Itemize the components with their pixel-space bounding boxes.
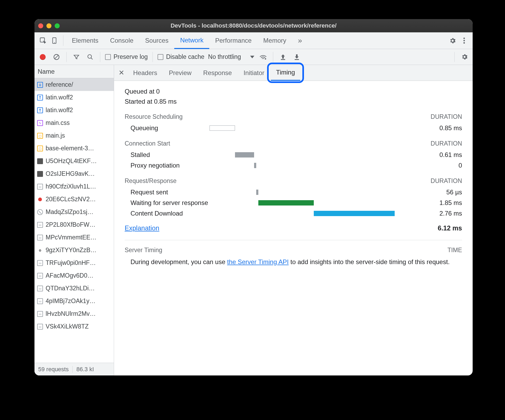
request-name: h90CtfziXluvh1L… <box>46 183 96 190</box>
zoom-window-icon[interactable] <box>55 23 60 28</box>
more-panels-icon[interactable]: » <box>292 32 308 49</box>
tab-sources[interactable]: Sources <box>139 32 174 49</box>
timing-value: 0 <box>422 162 462 169</box>
timing-bar <box>258 200 314 205</box>
svg-point-10 <box>265 58 266 59</box>
request-row[interactable]: ▭4pIMBj7zOAk1y… <box>34 295 114 307</box>
network-settings-icon[interactable] <box>459 52 469 62</box>
filter-icon[interactable] <box>71 52 81 62</box>
request-name: 20E6CLcSzNV2… <box>46 196 96 203</box>
request-row[interactable]: 20E6CLcSzNV2… <box>34 193 114 205</box>
search-icon[interactable] <box>85 52 95 62</box>
timing-label: Stalled <box>125 151 210 159</box>
request-row[interactable]: ▭MPcVmmemtEE… <box>34 231 114 244</box>
timing-row: Proxy negotiation0 <box>125 161 462 169</box>
close-detail-icon[interactable]: ✕ <box>116 69 127 77</box>
preserve-log-checkbox[interactable]: Preserve log <box>105 53 148 60</box>
timing-row: Queueing0.85 ms <box>125 124 462 132</box>
timing-bar-zone <box>210 151 422 159</box>
request-row[interactable]: □main.js <box>34 129 114 142</box>
server-timing-api-link[interactable]: the Server Timing API <box>227 258 289 265</box>
timing-value: 0.85 ms <box>422 124 462 132</box>
tab-memory[interactable]: Memory <box>258 32 292 49</box>
inspect-element-icon[interactable] <box>37 35 49 46</box>
dtab-preview[interactable]: Preview <box>164 65 197 81</box>
request-row[interactable]: ≡reference/ <box>34 78 114 91</box>
timing-bar <box>210 125 235 131</box>
request-row[interactable]: ⚙9gzXiTYY0nZzB… <box>34 244 114 256</box>
txt-icon: ▭ <box>37 298 43 304</box>
disable-cache-checkbox[interactable]: Disable cache <box>158 53 204 60</box>
request-row[interactable]: ▭TRFujw0pi0nHF… <box>34 256 114 269</box>
request-row[interactable]: ▭h90CtfziXluvh1L… <box>34 180 114 193</box>
started-text: Started at 0.85 ms <box>125 98 462 105</box>
divider <box>63 35 63 46</box>
record-button[interactable] <box>38 52 48 62</box>
timing-label: Request sent <box>125 189 210 196</box>
ban-icon <box>37 209 43 215</box>
tab-console[interactable]: Console <box>104 32 139 49</box>
close-window-icon[interactable] <box>38 23 43 28</box>
panel-tab-bar: Elements Console Sources Network Perform… <box>34 32 473 49</box>
request-list[interactable]: ≡reference/Tlatin.woff2Tlatin.woff2✎main… <box>34 78 114 363</box>
txt-icon: ▭ <box>37 273 43 279</box>
tab-elements[interactable]: Elements <box>66 32 104 49</box>
timing-row: Content Download2.76 ms <box>125 209 462 217</box>
timing-value: 2.76 ms <box>422 210 462 217</box>
timing-value: 1.85 ms <box>422 199 462 207</box>
server-timing-body: During development, you can use the Serv… <box>125 257 462 267</box>
throttling-select[interactable]: No throttling <box>208 53 254 60</box>
kebab-menu-icon[interactable] <box>458 35 470 46</box>
status-bar: 59 requests 86.3 kI <box>34 363 114 375</box>
timing-bar <box>235 152 254 158</box>
dtab-initiator[interactable]: Initiator <box>238 65 270 81</box>
svg-rect-11 <box>281 59 285 60</box>
explanation-link[interactable]: Explanation <box>125 224 159 232</box>
request-row[interactable]: ▭VSk4XiLkW8TZ <box>34 320 114 333</box>
request-row[interactable]: ▭lHvzbNUlrm2Mv… <box>34 307 114 320</box>
request-row[interactable]: O2sIJEHG9avK… <box>34 167 114 180</box>
server-timing-header: Server Timing TIME <box>125 247 462 254</box>
timing-bar-zone <box>210 188 422 196</box>
txt-icon: ▭ <box>37 235 43 240</box>
devtools-window: DevTools - localhost:8080/docs/devtools/… <box>34 19 473 375</box>
settings-icon[interactable] <box>447 35 458 46</box>
svg-point-8 <box>88 55 92 58</box>
minimize-window-icon[interactable] <box>46 23 51 28</box>
titlebar: DevTools - localhost:8080/docs/devtools/… <box>34 19 473 32</box>
request-row[interactable]: ▭AFacMOgv6D0… <box>34 269 114 282</box>
reddot-icon <box>37 196 43 202</box>
network-conditions-icon[interactable] <box>258 52 268 62</box>
device-toggle-icon[interactable] <box>49 35 60 46</box>
dtab-timing[interactable]: Timing <box>271 65 300 81</box>
request-row[interactable]: Tlatin.woff2 <box>34 104 114 116</box>
tab-network[interactable]: Network <box>174 32 209 49</box>
css-icon: ✎ <box>37 120 43 126</box>
request-row[interactable]: Tlatin.woff2 <box>34 91 114 104</box>
request-row[interactable]: □base-element-3… <box>34 142 114 155</box>
timing-footer: Explanation 6.12 ms <box>125 224 462 232</box>
column-header-name[interactable]: Name <box>34 65 114 78</box>
timing-value: 56 µs <box>422 189 462 196</box>
request-name: main.js <box>46 132 65 139</box>
request-name: O2sIJEHG9avK… <box>46 170 95 177</box>
dtab-response[interactable]: Response <box>198 65 237 81</box>
tab-performance[interactable]: Performance <box>209 32 257 49</box>
network-toolbar: Preserve log Disable cache No throttling <box>34 49 473 65</box>
window-controls <box>38 23 60 28</box>
request-row[interactable]: ▭2P2L80XfBoFW… <box>34 218 114 231</box>
upload-har-icon[interactable] <box>278 52 288 62</box>
request-row[interactable]: MadqZslZpo1sj… <box>34 205 114 218</box>
request-name: 4pIMBj7zOAk1y… <box>46 298 95 305</box>
request-row[interactable]: U5OHzQL4tEKF… <box>34 155 114 167</box>
clear-button[interactable] <box>51 52 62 62</box>
panel-tabs: Elements Console Sources Network Perform… <box>66 32 308 49</box>
request-name: lHvzbNUlrm2Mv… <box>46 310 96 317</box>
gear-icon: ⚙ <box>37 247 43 253</box>
request-row[interactable]: ▭QTDnaY32hLDi… <box>34 282 114 295</box>
dtab-headers[interactable]: Headers <box>128 65 163 81</box>
download-har-icon[interactable] <box>292 52 302 62</box>
request-name: base-element-3… <box>46 145 94 152</box>
request-row[interactable]: ✎main.css <box>34 116 114 129</box>
timing-content: Queued at 0 Started at 0.85 ms Resource … <box>114 81 473 375</box>
